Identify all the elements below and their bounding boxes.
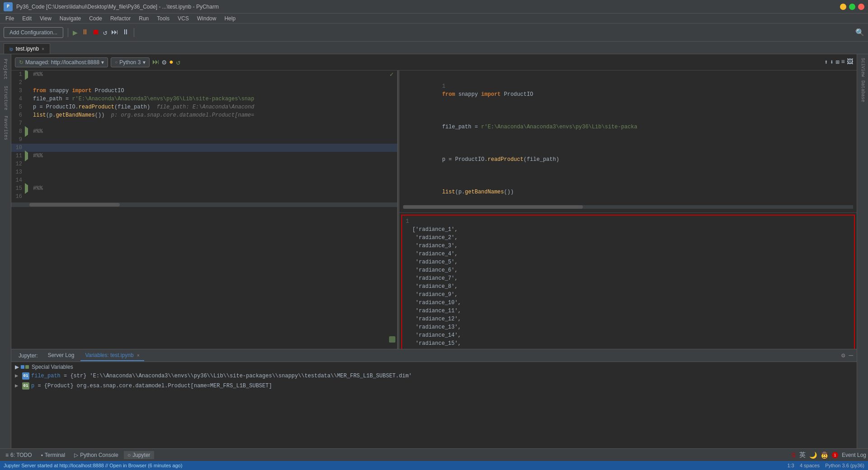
result-line-5: 'radiance_5', <box>406 258 850 266</box>
editor-line-4: 4 file_path = r'E:\Anaconda\Anaconda3\en… <box>11 95 397 103</box>
managed-server-dropdown[interactable]: ↻ Managed: http://localhost:8888 ▾ <box>15 57 108 67</box>
sidebar-database-label[interactable]: Database <box>860 79 865 104</box>
var-name-file-path: file_path <box>31 371 61 381</box>
search-icon[interactable]: 🔍 <box>855 28 864 37</box>
run-col-4 <box>25 95 33 103</box>
step-icon[interactable]: ⏭ <box>111 28 118 37</box>
event-log-label[interactable]: Event Log <box>842 452 866 458</box>
var-expand-file-path[interactable]: ▶ <box>15 371 22 381</box>
run-col-6 <box>25 111 33 119</box>
jupyter-label: Jupyter <box>132 452 150 458</box>
out-number-2 <box>442 116 445 122</box>
jupyter-button[interactable]: ○ Jupyter <box>124 451 154 459</box>
menu-view[interactable]: View <box>36 14 55 23</box>
line-number-5: 5 <box>11 103 25 111</box>
terminal-label: Terminal <box>45 452 65 458</box>
code-content-3: from snappy import ProductIO <box>33 87 397 95</box>
scroll-up-icon[interactable]: ⬆ <box>824 58 828 66</box>
cowboy-icon[interactable]: 🤠 <box>821 451 828 459</box>
bottom-panel-gear-icon[interactable]: ⚙ <box>841 352 845 359</box>
image-view-icon[interactable]: 🖼 <box>847 58 853 66</box>
code-content-8: #%% <box>33 127 397 136</box>
menu-navigate[interactable]: Navigate <box>56 14 84 23</box>
bottom-panel-minimize-icon[interactable]: — <box>849 352 853 360</box>
code-editor[interactable]: 1 #%% ✓ 2 3 from snappy import ProductIO… <box>11 70 398 349</box>
editor-line-11: 11 #%% <box>11 152 397 160</box>
special-vars-icons <box>21 365 29 369</box>
run-button-15[interactable] <box>25 184 33 193</box>
menu-help[interactable]: Help <box>221 14 239 23</box>
code-content-7 <box>33 119 397 127</box>
menu-tools[interactable]: Tools <box>153 14 173 23</box>
file-tab-test[interactable]: ip test.ipynb × <box>4 43 50 54</box>
editor-line-10: 10 <box>11 144 397 152</box>
todo-button[interactable]: ≡ 6: TODO <box>2 451 36 459</box>
add-config-button[interactable]: Add Configuration... <box>4 27 63 38</box>
line-number-8: 8 <box>11 127 25 136</box>
maximize-button[interactable] <box>849 4 855 10</box>
settings-icon[interactable]: ⚙ <box>162 58 167 67</box>
special-vars-label: Special Variables <box>32 364 73 370</box>
menu-code[interactable]: Code <box>85 14 106 23</box>
result-line-12: 'radiance_12', <box>406 315 850 323</box>
sidebar-scview-label[interactable]: SciView <box>860 56 865 79</box>
scroll-down-icon[interactable]: ⬇ <box>830 58 834 66</box>
sidebar-structure-label[interactable]: Structure <box>3 84 8 112</box>
editor-hscroll[interactable] <box>11 202 397 207</box>
line-number-1: 1 <box>11 70 25 79</box>
debug-icon[interactable]: ⏸ <box>81 28 89 37</box>
editor-line-1: 1 #%% ✓ <box>11 70 397 79</box>
sdi-icon[interactable]: S <box>792 451 796 459</box>
special-vars-expand-icon[interactable]: ▶ <box>15 364 19 370</box>
python-dropdown-arrow: ▾ <box>143 59 145 66</box>
close-button[interactable] <box>858 4 864 10</box>
result-line-1: ['radiance_1', <box>406 226 850 234</box>
variable-row-file-path: ▶ 01 file_path = {str} 'E:\\Anaconda\\An… <box>15 371 853 381</box>
sidebar-favorites-label[interactable]: Favorites <box>3 114 8 142</box>
rerun-icon[interactable]: ↺ <box>103 28 108 37</box>
variables-tab-close[interactable]: × <box>137 353 140 358</box>
menu-window[interactable]: Window <box>193 14 220 23</box>
minimize-button[interactable] <box>840 4 846 10</box>
editor-area: ↻ Managed: http://localhost:8888 ▾ ○ Pyt… <box>11 54 857 448</box>
code-content-10 <box>33 144 397 152</box>
var-icon-file-path: 01 <box>22 372 29 380</box>
code-content-9 <box>33 136 397 144</box>
run-icon[interactable]: ▶ <box>73 28 78 38</box>
table-view-icon[interactable]: ⊞ <box>835 58 839 66</box>
line-number-6: 6 <box>11 111 25 119</box>
run-button-8[interactable] <box>25 127 33 136</box>
sidebar-project-label[interactable]: Project <box>3 56 8 82</box>
code-content-6: list(p.getBandNames()) p: org.esa.snap.c… <box>33 111 397 119</box>
stop-icon[interactable]: ⏹ <box>92 28 99 37</box>
var-expand-p[interactable]: ▶ <box>15 381 22 391</box>
menu-run[interactable]: Run <box>135 14 152 23</box>
list-view-icon[interactable]: ≡ <box>841 58 845 66</box>
line-number-13: 13 <box>11 168 25 176</box>
refresh-icon[interactable]: ↺ <box>176 58 181 67</box>
menu-file[interactable]: File <box>2 14 18 23</box>
code-content-2 <box>33 79 397 87</box>
menu-refactor[interactable]: Refactor <box>107 14 134 23</box>
var-value-p: = {Product} org.esa.snap.core.datamodel.… <box>34 381 272 391</box>
moon-icon[interactable]: 🌙 <box>809 451 817 459</box>
lang-icon[interactable]: 英 <box>799 451 806 459</box>
run-button-11[interactable] <box>25 152 33 160</box>
pause-icon[interactable]: ⏸ <box>122 28 129 37</box>
server-log-tab[interactable]: Server Log <box>43 350 79 361</box>
menu-edit[interactable]: Edit <box>19 14 35 23</box>
special-vars-header[interactable]: ▶ Special Variables <box>15 364 853 370</box>
variables-tab[interactable]: Variables: test.ipynb × <box>80 350 144 361</box>
variable-row-p: ▶ 01 p = {Product} org.esa.snap.core.dat… <box>15 381 853 391</box>
line-number-14: 14 <box>11 176 25 184</box>
result-line-num: 1 <box>406 217 850 226</box>
terminal-button[interactable]: ▪ Terminal <box>38 451 69 459</box>
python-kernel-dropdown[interactable]: ○ Python 3 ▾ <box>111 57 149 67</box>
tab-close-button[interactable]: × <box>42 47 44 52</box>
run-button-1[interactable] <box>25 70 33 79</box>
python-console-button[interactable]: ▷ Python Console <box>70 451 122 459</box>
run-all-button[interactable]: ⏭ <box>152 58 160 66</box>
menu-vcs[interactable]: VCS <box>174 14 192 23</box>
output-hscroll[interactable] <box>403 205 853 209</box>
line-number-9: 9 <box>11 136 25 144</box>
